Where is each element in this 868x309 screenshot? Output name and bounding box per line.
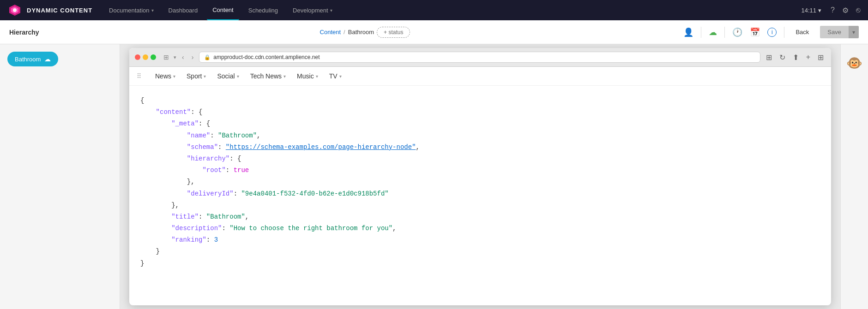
ssl-lock-icon: 🔒 [204,54,211,60]
close-window-button[interactable] [135,54,140,60]
monkey-emoji: 🐵 [846,55,862,71]
json-key-title: "title" [171,213,199,220]
nav-right-icons: ? ⚙ ⎋ [831,6,861,15]
json-val-name: "Bathroom" [218,132,257,139]
site-nav-tv[interactable]: TV ▾ [325,71,346,82]
app-title: DYNAMIC CONTENT [27,7,92,14]
json-key-meta: "_meta" [171,120,199,127]
json-display: { "content": { "_meta": { "name": "Bathr… [129,86,831,279]
action-divider-2 [724,27,725,38]
sidebar-item-label: Bathroom [15,56,41,63]
save-dropdown-button[interactable]: ▾ [849,26,859,38]
top-navigation: DYNAMIC CONTENT Documentation ▾ Dashboar… [0,0,868,20]
help-icon[interactable]: ? [831,6,835,14]
tv-chevron-icon: ▾ [339,74,342,79]
json-val-deliveryid: "9e4a0401-f532-4fd0-b62e-e1d0c918b5fd" [241,190,388,197]
save-button[interactable]: Save [820,26,849,38]
json-key-name: "name" [187,132,210,139]
browser-chrome: ⊞ ▾ ‹ › 🔒 ampproduct-doc.cdn.content.amp… [129,48,831,67]
json-val-description: "How to choose the right bathroom for yo… [229,225,392,232]
nav-item-development[interactable]: Development ▾ [287,0,338,20]
translate-icon[interactable]: ⊞ [764,52,774,63]
back-navigation-button[interactable]: ‹ [180,53,186,62]
json-root-line: "root": true [140,165,820,176]
browser-content: ⠿ News ▾ Sport ▾ Social ▾ Tech News [129,67,831,304]
main-content: Bathroom ☁ ⊞ ▾ ‹ › 🔒 [0,44,868,309]
nav-item-content[interactable]: Content [207,0,239,20]
json-key-ranking: "ranking" [171,236,206,244]
site-nav-news[interactable]: News ▾ [151,71,180,82]
json-ranking-line: "ranking": 3 [140,234,820,246]
json-val-root: true [234,166,249,174]
status-button[interactable]: + status [377,27,410,38]
save-button-group: Save ▾ [820,26,859,38]
nav-item-documentation[interactable]: Documentation ▾ [103,0,159,20]
json-line-1: { [140,95,820,107]
action-divider-3 [784,27,784,38]
json-name-line: "name": "Bathroom", [140,130,820,142]
json-key-content: "content" [156,108,191,116]
json-hierarchy-block: "hierarchy": { [140,153,820,165]
site-nav-sport[interactable]: Sport ▾ [182,71,211,82]
nav-item-scheduling[interactable]: Scheduling [243,0,283,20]
documentation-chevron-icon: ▾ [151,8,154,13]
logout-icon[interactable]: ⎋ [856,6,861,14]
hierarchy-title: Hierarchy [9,29,39,36]
json-content-block: "content": { [140,107,820,118]
site-navigation: ⠿ News ▾ Sport ▾ Social ▾ Tech News [129,67,831,86]
info-icon[interactable]: i [767,28,777,37]
tab-layout-icon[interactable]: ⊞ [162,53,171,62]
breadcrumb-content-link[interactable]: Content [320,29,341,36]
json-description-line: "description": "How to choose the right … [140,223,820,234]
social-chevron-icon: ▾ [237,74,239,79]
breadcrumb-separator: / [344,29,345,36]
minimize-window-button[interactable] [143,54,148,60]
nav-item-dashboard[interactable]: Dashboard [163,0,204,20]
browser-window: ⊞ ▾ ‹ › 🔒 ampproduct-doc.cdn.content.amp… [129,48,831,305]
share-icon[interactable]: ⬆ [791,52,801,63]
tech-news-chevron-icon: ▾ [283,74,286,79]
breadcrumb-current: Bathroom [348,29,374,36]
sidebar-bathroom-item[interactable]: Bathroom ☁ [7,52,58,66]
new-tab-icon[interactable]: + [804,52,812,62]
address-bar[interactable]: 🔒 ampproduct-doc.cdn.content.amplience.n… [199,52,760,63]
current-time: 14:11 ▾ [802,7,822,14]
json-key-hierarchy: "hierarchy" [187,155,229,162]
sport-chevron-icon: ▾ [204,74,206,79]
sub-header: Hierarchy Content / Bathroom + status 👤 … [0,20,868,44]
site-nav-social[interactable]: Social ▾ [212,71,243,82]
maximize-window-button[interactable] [151,54,156,60]
layout-chevron-icon: ▾ [174,54,176,60]
time-chevron-icon: ▾ [818,7,821,14]
json-val-title: "Bathroom" [206,213,245,220]
json-key-root: "root" [202,166,225,174]
music-chevron-icon: ▾ [316,74,318,79]
back-button[interactable]: Back [792,27,813,37]
site-nav-tech-news[interactable]: Tech News ▾ [246,71,290,82]
right-panel: 🐵 [840,44,868,309]
browser-nav-controls: ⊞ ▾ [162,53,176,62]
json-val-ranking: 3 [214,236,218,244]
site-nav-music[interactable]: Music ▾ [292,71,323,82]
calendar-icon[interactable]: 📅 [750,27,760,37]
json-key-deliveryid: "deliveryId" [187,190,234,197]
settings-icon[interactable]: ⚙ [842,6,849,15]
grid-view-icon[interactable]: ⊞ [816,52,826,63]
cloud-status-icon[interactable]: ☁ [709,27,717,37]
forward-navigation-button[interactable]: › [190,53,196,62]
left-sidebar: Bathroom ☁ [0,44,120,309]
json-schema-line: "schema": "https://schema-examples.com/p… [140,142,820,153]
json-root-close: } [140,258,820,269]
logo-area: DYNAMIC CONTENT [7,3,92,18]
json-content-close: } [140,246,820,257]
user-icon[interactable]: 👤 [683,27,693,37]
history-icon[interactable]: 🕐 [732,27,742,37]
nav-grid-icon[interactable]: ⠿ [137,72,141,80]
sidebar-cloud-icon: ☁ [44,55,51,63]
url-text: ampproduct-doc.cdn.content.amplience.net [213,54,319,60]
reload-icon[interactable]: ↻ [778,52,787,63]
json-val-schema[interactable]: "https://schema-examples.com/page-hierar… [226,143,416,151]
news-chevron-icon: ▾ [173,74,175,79]
json-key-description: "description" [171,225,222,232]
json-meta-close: }, [140,200,820,211]
